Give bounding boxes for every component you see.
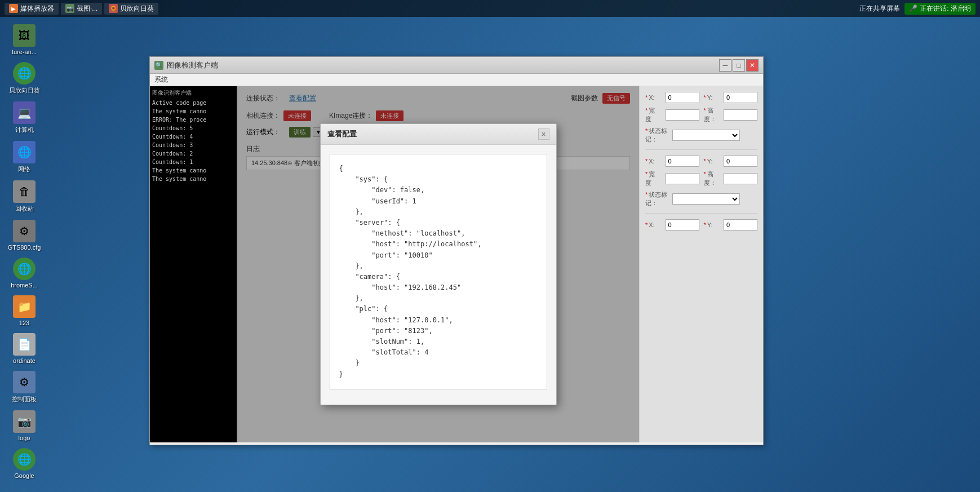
mic-text: 正在讲话: 潘启明 — [920, 4, 971, 14]
height1-input[interactable] — [724, 109, 757, 121]
height1-label: *高度： — [704, 107, 720, 123]
desktop-icon-coordinate[interactable]: 📄 ordinate — [5, 333, 44, 364]
dialog-title: 查看配置 — [327, 129, 357, 139]
screenshot-label: 截图·... — [77, 4, 97, 14]
dialog-titlebar: 查看配置 × — [321, 124, 556, 145]
beixindiary-label: 贝欣向日葵 — [120, 4, 154, 14]
right-panel: *X: *Y: *宽度 *高度： *状态标记： *X: — [639, 86, 763, 442]
dialog-close-button[interactable]: × — [538, 128, 549, 140]
gts800-label: GTS800.cfg — [8, 244, 41, 251]
desktop-icon-chromese[interactable]: 🌐 hromeS... — [5, 258, 44, 289]
width1-label: *宽度 — [645, 107, 661, 123]
divider1 — [645, 149, 757, 150]
picture-label: ture-an... — [12, 48, 37, 55]
controlpanel-icon: ⚙ — [13, 371, 36, 393]
desktop-icon-recycle[interactable]: 🗑 回收站 — [5, 180, 44, 213]
close-button[interactable]: ✕ — [746, 59, 759, 72]
main-content: 连接状态： 查看配置 截图参数 无信号 相机连接： 未连接 KImage连接： — [237, 86, 639, 442]
media-player-icon: ▶ — [9, 4, 18, 13]
right-row-xy1: *X: *Y: — [645, 92, 757, 103]
y2-label: *Y: — [704, 158, 720, 165]
right-row-status1: *状态标记： — [645, 127, 757, 144]
window-titlebar: 🔍 图像检测客户端 ─ □ ✕ — [150, 57, 763, 74]
taskbar-right: 正在共享屏幕 🎤 正在讲话: 潘启明 — [859, 3, 975, 15]
minimize-button[interactable]: ─ — [719, 59, 731, 72]
desktop-icon-controlpanel[interactable]: ⚙ 控制面板 — [5, 371, 44, 404]
x3-label: *X: — [645, 221, 661, 228]
left-panel: 图像识别客户端 Active code page The system cann… — [150, 86, 237, 442]
width2-label: *宽度 — [645, 170, 661, 187]
google-label: Google — [14, 472, 34, 479]
screenshot-icon: 📷 — [65, 4, 74, 13]
status1-label: *状态标记： — [645, 127, 668, 144]
right-row-wh1: *宽度 *高度： — [645, 107, 757, 123]
right-row-wh2: *宽度 *高度： — [645, 170, 757, 187]
terminal-line-10: The system canno — [152, 175, 234, 183]
height2-label: *高度： — [704, 170, 720, 187]
x3-input[interactable] — [666, 219, 699, 231]
window-menubar: 系统 — [150, 74, 763, 86]
terminal-line-1: Active code page — [152, 99, 234, 107]
status1-select[interactable] — [672, 130, 740, 141]
right-row-xy2: *X: *Y: — [645, 156, 757, 167]
logo-icon: 📷 — [13, 410, 36, 433]
computer-icon: 💻 — [13, 101, 36, 124]
coordinate-label: ordinate — [13, 357, 36, 364]
menu-system[interactable]: 系统 — [154, 76, 168, 83]
terminal-line-8: Countdown: 1 — [152, 158, 234, 166]
taskbar-media-player[interactable]: ▶ 媒体播放器 — [5, 3, 59, 15]
chrome-label: 贝欣向日葵 — [9, 86, 40, 95]
desktop-icon-chrome[interactable]: 🌐 贝欣向日葵 — [5, 62, 44, 95]
x1-label: *X: — [645, 94, 661, 101]
config-code-display: { "sys": { "dev": false, "userId": 1 }, … — [330, 154, 547, 389]
terminal-line-7: Countdown: 2 — [152, 149, 234, 158]
y1-input[interactable] — [724, 92, 757, 103]
y3-input[interactable] — [724, 219, 757, 231]
desktop-icon-gts800[interactable]: ⚙ GTS800.cfg — [5, 220, 44, 251]
config-dialog: 查看配置 × { "sys": { "dev": false, "userId"… — [320, 123, 557, 405]
status2-select[interactable] — [672, 193, 740, 205]
mic-indicator: 🎤 正在讲话: 潘启明 — [904, 3, 975, 15]
window-title-icon: 🔍 — [154, 61, 163, 70]
network-icon: 🌐 — [13, 141, 36, 163]
google-icon: 🌐 — [13, 448, 36, 471]
beixindiary-icon: 🌻 — [109, 4, 118, 13]
num123-icon: 📁 — [13, 295, 36, 318]
logo-label: logo — [19, 435, 30, 441]
maximize-button[interactable]: □ — [733, 59, 745, 72]
network-label: 网络 — [18, 165, 30, 174]
taskbar-screenshot[interactable]: 📷 截图·... — [61, 3, 102, 15]
left-panel-title: 图像识别客户端 — [152, 88, 234, 97]
terminal-line-5: Countdown: 4 — [152, 132, 234, 141]
controlpanel-label: 控制面板 — [12, 395, 37, 404]
window-controls: ─ □ ✕ — [719, 59, 759, 72]
desktop-icon-computer[interactable]: 💻 计算机 — [5, 101, 44, 134]
computer-label: 计算机 — [15, 126, 34, 134]
desktop-icon-network[interactable]: 🌐 网络 — [5, 141, 44, 174]
desktop-icon-google[interactable]: 🌐 Google — [5, 448, 44, 479]
taskbar-top: ▶ 媒体播放器 📷 截图·... 🌻 贝欣向日葵 正在共享屏幕 🎤 正在讲话: … — [0, 0, 980, 17]
desktop: ▶ 媒体播放器 📷 截图·... 🌻 贝欣向日葵 正在共享屏幕 🎤 正在讲话: … — [0, 0, 980, 492]
desktop-icon-picture[interactable]: 🖼 ture-an... — [5, 24, 44, 55]
width1-input[interactable] — [666, 109, 699, 121]
main-window: 🔍 图像检测客户端 ─ □ ✕ 系统 图像识别客户端 Active code p… — [149, 56, 764, 445]
taskbar-beixindiary[interactable]: 🌻 贝欣向日葵 — [104, 3, 158, 15]
desktop-icon-logo[interactable]: 📷 logo — [5, 410, 44, 441]
width2-input[interactable] — [666, 173, 699, 184]
y2-input[interactable] — [724, 156, 757, 167]
mic-icon: 🎤 — [909, 5, 917, 12]
height2-input[interactable] — [724, 173, 757, 184]
x2-label: *X: — [645, 158, 661, 165]
x1-input[interactable] — [666, 92, 699, 103]
recycle-label: 回收站 — [15, 205, 34, 213]
desktop-icon-123[interactable]: 📁 123 — [5, 295, 44, 326]
terminal-line-2: The system canno — [152, 107, 234, 116]
chromese-label: hromeS... — [11, 282, 38, 289]
chromese-icon: 🌐 — [13, 258, 36, 280]
terminal-line-4: Countdown: 5 — [152, 124, 234, 132]
right-row-xy3: *X: *Y: — [645, 219, 757, 231]
x2-input[interactable] — [666, 156, 699, 167]
chrome-icon: 🌐 — [13, 62, 36, 85]
dialog-overlay: 查看配置 × { "sys": { "dev": false, "userId"… — [237, 86, 639, 442]
terminal-line-3: ERROR: The proce — [152, 116, 234, 124]
